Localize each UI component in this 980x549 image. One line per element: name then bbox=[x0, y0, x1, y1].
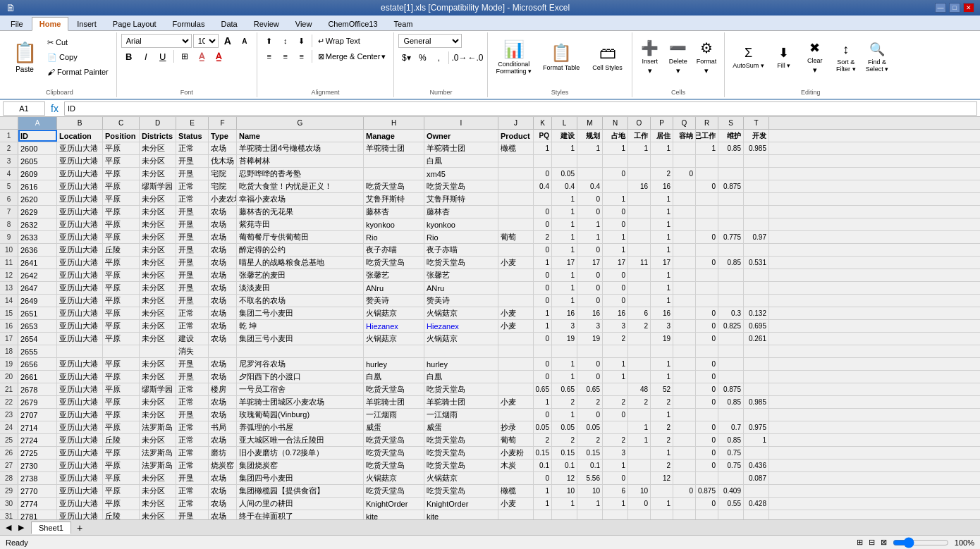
cell-D22[interactable]: 未分区 bbox=[140, 396, 176, 408]
cell-T8[interactable] bbox=[744, 218, 769, 230]
cell-S25[interactable]: 0.85 bbox=[718, 434, 744, 446]
cell-Q9[interactable] bbox=[673, 231, 696, 243]
cell-K24[interactable]: 0.05 bbox=[534, 421, 552, 433]
find-select-button[interactable]: 🔍 Find &Select ▾ bbox=[862, 34, 893, 80]
cell-F28[interactable]: 农场 bbox=[209, 472, 237, 484]
cell-S1[interactable]: 维护 bbox=[718, 130, 744, 142]
delete-button[interactable]: ➖ Delete ▾ bbox=[665, 34, 692, 80]
cell-M20[interactable]: 0 bbox=[577, 371, 603, 383]
cell-F18[interactable] bbox=[209, 345, 237, 357]
cell-E8[interactable]: 开垦 bbox=[176, 218, 209, 230]
merge-center-button[interactable]: ⊠ Merge & Center ▾ bbox=[314, 49, 390, 63]
cell-C16[interactable]: 平原 bbox=[103, 320, 140, 332]
cell-S20[interactable] bbox=[718, 371, 744, 383]
cell-E5[interactable]: 正常 bbox=[176, 180, 209, 192]
ribbon-tab-file[interactable]: File bbox=[3, 17, 31, 30]
cell-B28[interactable]: 亚历山大港 bbox=[57, 472, 103, 484]
italic-button[interactable]: I bbox=[138, 49, 154, 63]
cell-G25[interactable]: 亚大城区唯一合法丘陵田 bbox=[237, 434, 364, 446]
cell-F6[interactable]: 小麦农场 bbox=[209, 193, 237, 205]
cell-N31[interactable] bbox=[603, 510, 628, 519]
cell-J31[interactable] bbox=[498, 510, 534, 519]
cell-H5[interactable]: 吃货天堂岛 bbox=[364, 180, 424, 192]
cell-R4[interactable] bbox=[696, 168, 718, 180]
cell-J29[interactable]: 橄榄 bbox=[498, 485, 534, 497]
cell-O30[interactable]: 0 bbox=[628, 498, 651, 510]
cell-Q16[interactable] bbox=[673, 320, 696, 332]
cell-P23[interactable]: 1 bbox=[651, 409, 673, 421]
cut-button[interactable]: ✂ Cut bbox=[44, 35, 112, 49]
cell-T16[interactable]: 0.695 bbox=[744, 320, 769, 332]
cell-S12[interactable] bbox=[718, 269, 744, 281]
cell-P8[interactable]: 1 bbox=[651, 218, 673, 230]
cell-I27[interactable]: 吃货天堂岛 bbox=[424, 459, 498, 471]
cell-L18[interactable] bbox=[552, 345, 577, 357]
cell-M23[interactable]: 0 bbox=[577, 409, 603, 421]
cell-K17[interactable]: 0 bbox=[534, 333, 552, 345]
cell-A15[interactable]: 2651 bbox=[18, 307, 57, 319]
cell-F4[interactable]: 宅院 bbox=[209, 168, 237, 180]
cell-E26[interactable]: 正常 bbox=[176, 447, 209, 459]
cell-C6[interactable]: 平原 bbox=[103, 193, 140, 205]
cell-N29[interactable]: 6 bbox=[603, 485, 628, 497]
cell-H2[interactable]: 羊驼骑士团 bbox=[364, 142, 424, 154]
cell-B23[interactable]: 亚历山大港 bbox=[57, 409, 103, 421]
ribbon-tab-data[interactable]: Data bbox=[213, 17, 245, 30]
cell-B24[interactable]: 亚历山大港 bbox=[57, 421, 103, 433]
cell-styles-button[interactable]: 🗃 Cell Styles bbox=[587, 34, 627, 80]
cell-O5[interactable]: 16 bbox=[628, 180, 651, 192]
cell-P18[interactable] bbox=[651, 345, 673, 357]
cell-A21[interactable]: 2678 bbox=[18, 383, 57, 395]
cell-P11[interactable]: 17 bbox=[651, 257, 673, 269]
format-button[interactable]: ⚙ Format ▾ bbox=[693, 34, 721, 80]
cell-H4[interactable] bbox=[364, 168, 424, 180]
cell-F27[interactable]: 烧炭窑 bbox=[209, 459, 237, 471]
cell-I21[interactable]: 吃货天堂岛 bbox=[424, 383, 498, 395]
cell-H10[interactable]: 夜子亦喵 bbox=[364, 244, 424, 256]
cell-C3[interactable]: 平原 bbox=[103, 155, 140, 167]
cell-C19[interactable]: 平原 bbox=[103, 358, 140, 370]
cell-Q7[interactable] bbox=[673, 206, 696, 218]
cell-G31[interactable]: 终于在掉面积了 bbox=[237, 510, 364, 519]
cell-P26[interactable]: 1 bbox=[651, 447, 673, 459]
cell-F26[interactable]: 磨坊 bbox=[209, 447, 237, 459]
cell-G22[interactable]: 羊驼骑士团城区小麦农场 bbox=[237, 396, 364, 408]
cell-J25[interactable]: 葡萄 bbox=[498, 434, 534, 446]
cell-N26[interactable]: 3 bbox=[603, 447, 628, 459]
cell-L16[interactable]: 3 bbox=[552, 320, 577, 332]
ribbon-tab-team[interactable]: Team bbox=[386, 17, 421, 30]
cell-J20[interactable] bbox=[498, 371, 534, 383]
wrap-text-button[interactable]: ↵ Wrap Text bbox=[314, 34, 364, 48]
cell-R22[interactable]: 0 bbox=[696, 396, 718, 408]
cell-I2[interactable]: 羊驼骑士团 bbox=[424, 142, 498, 154]
cell-G23[interactable]: 玫瑰葡萄园(Vinburg) bbox=[237, 409, 364, 421]
cell-O29[interactable]: 10 bbox=[628, 485, 651, 497]
cell-M8[interactable]: 1 bbox=[577, 218, 603, 230]
cell-P25[interactable]: 2 bbox=[651, 434, 673, 446]
cell-A9[interactable]: 2633 bbox=[18, 231, 57, 243]
cell-M25[interactable]: 2 bbox=[577, 434, 603, 446]
cell-A1[interactable]: ID bbox=[18, 130, 57, 142]
col-header-E[interactable]: E bbox=[176, 117, 209, 129]
cell-J21[interactable] bbox=[498, 383, 534, 395]
cell-C22[interactable]: 平原 bbox=[103, 396, 140, 408]
cell-O8[interactable] bbox=[628, 218, 651, 230]
cell-S27[interactable]: 0.75 bbox=[718, 459, 744, 471]
cell-R23[interactable] bbox=[696, 409, 718, 421]
cell-J24[interactable]: 抄录 bbox=[498, 421, 534, 433]
clear-button[interactable]: ✖ Clear ▾ bbox=[800, 34, 830, 80]
cell-H7[interactable]: 藤林杏 bbox=[364, 206, 424, 218]
cell-J12[interactable] bbox=[498, 269, 534, 281]
cell-R24[interactable]: 0 bbox=[696, 421, 718, 433]
cell-C30[interactable]: 平原 bbox=[103, 498, 140, 510]
cell-I9[interactable]: Rio bbox=[424, 231, 498, 243]
cell-Q15[interactable] bbox=[673, 307, 696, 319]
cell-A13[interactable]: 2647 bbox=[18, 282, 57, 294]
cell-N10[interactable]: 1 bbox=[603, 244, 628, 256]
cell-K13[interactable]: 0 bbox=[534, 282, 552, 294]
cell-E9[interactable]: 开垦 bbox=[176, 231, 209, 243]
ribbon-tab-chemoffice13[interactable]: ChemOffice13 bbox=[320, 17, 385, 30]
cell-Q2[interactable] bbox=[673, 142, 696, 154]
cell-I10[interactable]: 夜子亦喵 bbox=[424, 244, 498, 256]
cell-L20[interactable]: 1 bbox=[552, 371, 577, 383]
